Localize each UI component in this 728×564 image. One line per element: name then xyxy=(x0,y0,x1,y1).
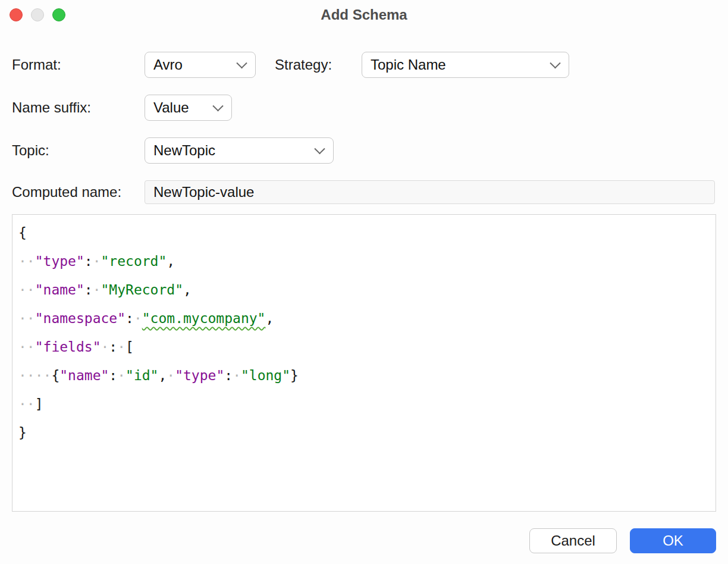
cancel-button[interactable]: Cancel xyxy=(529,528,617,553)
format-select[interactable]: Avro xyxy=(145,52,256,78)
chevron-down-icon xyxy=(314,143,325,154)
ok-button[interactable]: OK xyxy=(630,528,716,553)
computed-name-value: NewTopic-value xyxy=(153,184,254,200)
strategy-label: Strategy: xyxy=(275,52,332,78)
computed-name-field[interactable]: NewTopic-value xyxy=(145,180,715,204)
chevron-down-icon xyxy=(236,58,247,68)
strategy-select[interactable]: Topic Name xyxy=(362,52,569,78)
format-select-value: Avro xyxy=(153,57,183,73)
name-suffix-select[interactable]: Value xyxy=(145,95,232,121)
chevron-down-icon xyxy=(212,101,223,111)
minimize-button xyxy=(31,8,44,21)
strategy-select-value: Topic Name xyxy=(371,57,446,73)
schema-editor-code: {··"type":·"record",··"name":·"MyRecord"… xyxy=(12,215,716,450)
name-suffix-select-value: Value xyxy=(153,99,189,116)
chevron-down-icon xyxy=(550,58,560,68)
topic-label: Topic: xyxy=(12,137,49,164)
computed-name-label: Computed name: xyxy=(12,180,121,204)
close-button[interactable] xyxy=(10,8,23,21)
window-title: Add Schema xyxy=(0,0,728,30)
traffic-lights xyxy=(10,8,65,21)
format-label: Format: xyxy=(12,52,61,78)
schema-editor[interactable]: {··"type":·"record",··"name":·"MyRecord"… xyxy=(12,214,716,512)
name-suffix-label: Name suffix: xyxy=(12,95,91,121)
window-titlebar: Add Schema xyxy=(0,0,728,30)
topic-select-value: NewTopic xyxy=(153,142,215,159)
zoom-button[interactable] xyxy=(52,8,65,21)
add-schema-dialog: Add Schema Format: Avro Strategy: Topic … xyxy=(0,0,728,564)
topic-select[interactable]: NewTopic xyxy=(145,137,334,164)
